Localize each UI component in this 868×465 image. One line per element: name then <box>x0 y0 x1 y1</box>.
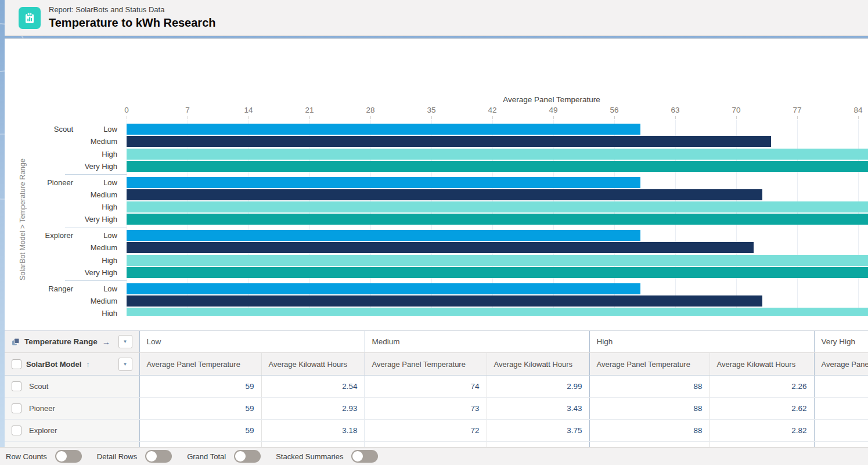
chart-range-label: Medium <box>64 190 117 199</box>
col-subheader-avg-kilowatt-hours[interactable]: Average Kilowatt Hours <box>487 353 589 376</box>
group-divider <box>65 228 127 228</box>
model-cell: Pioneer <box>5 398 139 420</box>
row-checkbox[interactable] <box>12 381 21 391</box>
value-cell: 3.43 <box>487 398 589 420</box>
model-cell: Explorer <box>5 420 139 442</box>
value-cell: 59 <box>139 376 261 398</box>
x-axis-tick <box>797 116 798 119</box>
row-counts-toggle[interactable] <box>55 450 82 463</box>
x-tick-label: 63 <box>662 106 689 114</box>
col-subheader-avg-panel-temperature[interactable]: Average Panel Temperature <box>139 353 261 376</box>
value-cell: 2.62 <box>709 398 814 420</box>
x-tick-label: 77 <box>784 106 811 114</box>
col-subheader-avg-panel-temperature[interactable]: Average Panel Temperature <box>814 353 868 376</box>
row-dim-header-cell: SolarBot Model↑▼ <box>5 353 139 376</box>
model-name: Scout <box>29 382 48 391</box>
chart-bar-explorer-high[interactable] <box>127 255 868 266</box>
report-breadcrumb: Report: SolarBots and Status Data <box>49 5 216 15</box>
chart-bar-pioneer-low[interactable] <box>127 177 640 188</box>
chart-range-label: Low <box>64 231 117 240</box>
x-axis-tick <box>736 116 737 119</box>
col-subheader-avg-panel-temperature[interactable]: Average Panel Temperature <box>365 353 487 376</box>
report-icon <box>19 7 41 29</box>
footer-toggle-item: Stacked Summaries <box>276 450 378 463</box>
summary-table-wrap: Temperature Range→▼LowMediumHighVery Hig… <box>5 330 868 448</box>
x-tick-label: 35 <box>418 106 445 114</box>
table-row: Pioneer592.93733.43882.62 <box>5 398 868 420</box>
value-cell <box>814 376 868 398</box>
x-axis-tick <box>492 116 493 119</box>
solarbot-model-header[interactable]: SolarBot Model <box>26 360 81 369</box>
col-group-header-very-high: Very High <box>814 331 868 353</box>
temperature-range-header[interactable]: Temperature Range <box>24 337 98 346</box>
x-tick-label: 28 <box>357 106 384 114</box>
chart-bar-ranger-high[interactable] <box>127 308 868 316</box>
footer-toggle-item: Row Counts <box>6 450 82 463</box>
chart-range-label: Medium <box>64 137 117 146</box>
chart-bar-pioneer-very-high[interactable] <box>127 214 868 225</box>
toggle-label: Detail Rows <box>97 452 137 461</box>
group-divider <box>65 280 127 281</box>
value-cell: 59 <box>139 398 261 420</box>
col-subheader-avg-panel-temperature[interactable]: Average Panel Temperature <box>589 353 709 376</box>
chart-bar-ranger-medium[interactable] <box>127 295 762 307</box>
toggle-label: Grand Total <box>187 452 226 461</box>
value-cell: 59 <box>139 420 261 442</box>
chart-bar-explorer-low[interactable] <box>127 230 640 241</box>
toggle-knob <box>56 451 67 462</box>
x-axis-tick <box>248 116 249 119</box>
row-group-header-cell: Temperature Range→▼ <box>5 331 139 353</box>
temperature-range-menu-button[interactable]: ▼ <box>118 335 132 348</box>
col-group-header-low: Low <box>139 331 365 353</box>
chart-bar-scout-low[interactable] <box>127 124 640 135</box>
x-axis-tick <box>858 116 859 119</box>
x-axis-tick <box>370 116 371 119</box>
model-name: Explorer <box>29 426 57 435</box>
value-cell: 72 <box>365 420 487 442</box>
footer-toggle-item: Grand Total <box>187 450 261 463</box>
value-cell: 2.99 <box>487 376 589 398</box>
row-checkbox[interactable] <box>12 403 21 413</box>
grand-total-toggle[interactable] <box>234 450 261 463</box>
stacked-summaries-toggle[interactable] <box>351 450 378 463</box>
chart-range-label: Low <box>64 178 117 187</box>
chart-range-label: Very High <box>64 162 117 171</box>
value-cell: 2.93 <box>261 398 365 420</box>
chart-bar-pioneer-medium[interactable] <box>127 189 762 200</box>
summary-table: Temperature Range→▼LowMediumHighVery Hig… <box>5 330 868 448</box>
chart-range-label: High <box>64 203 117 211</box>
x-tick-label: 14 <box>235 106 262 114</box>
col-subheader-avg-kilowatt-hours[interactable]: Average Kilowatt Hours <box>709 353 814 376</box>
row-checkbox[interactable] <box>12 426 21 435</box>
toggle-knob <box>352 451 363 462</box>
chart-bar-scout-very-high[interactable] <box>127 161 868 172</box>
value-cell: 73 <box>365 398 487 420</box>
value-cell <box>814 398 868 420</box>
x-tick-label: 7 <box>174 106 201 114</box>
chart-bar-pioneer-high[interactable] <box>127 201 868 212</box>
table-row: Explorer593.18723.75882.82 <box>5 420 868 442</box>
col-group-header-high: High <box>589 331 814 353</box>
chart-bar-explorer-very-high[interactable] <box>127 267 868 278</box>
chart-bar-scout-medium[interactable] <box>127 136 771 147</box>
detail-rows-toggle[interactable] <box>145 450 172 463</box>
x-tick-label: 0 <box>113 106 140 114</box>
chart-bar-scout-high[interactable] <box>127 149 868 160</box>
value-cell: 88 <box>589 420 709 442</box>
report-panel: Average Panel Temperature SolarBot Model… <box>5 38 868 448</box>
page-title: Temperature to kWh Research <box>49 16 216 30</box>
model-cell: Scout <box>5 376 139 398</box>
report-footer-toolbar: Row CountsDetail RowsGrand TotalStacked … <box>0 447 868 465</box>
chart-bar-ranger-low[interactable] <box>127 283 640 294</box>
model-name: Pioneer <box>29 404 55 413</box>
solarbot-model-menu-button[interactable]: ▼ <box>118 358 132 371</box>
x-tick-label: 42 <box>479 106 506 114</box>
select-all-checkbox[interactable] <box>12 359 21 369</box>
col-subheader-avg-kilowatt-hours[interactable]: Average Kilowatt Hours <box>261 353 365 376</box>
value-cell: 3.18 <box>261 420 365 442</box>
chart-range-label: Medium <box>64 297 117 305</box>
toggle-label: Row Counts <box>6 452 47 461</box>
chart-bar-explorer-medium[interactable] <box>127 242 754 253</box>
x-tick-label: 84 <box>845 106 868 114</box>
value-cell: 74 <box>365 376 487 398</box>
